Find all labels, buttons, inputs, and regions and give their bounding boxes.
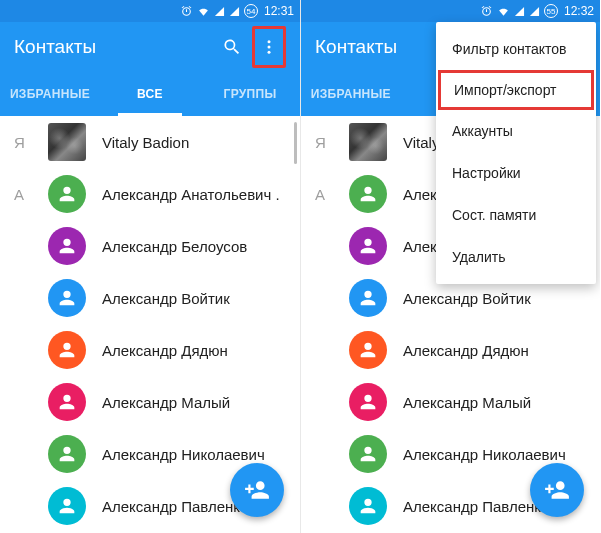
person-icon [357,391,379,413]
statusbar-time: 12:31 [264,4,294,18]
contact-name: Александр Павленко [102,498,248,515]
menu-item-settings[interactable]: Настройки [436,152,596,194]
tabs: ИЗБРАННЫЕ ВСЕ ГРУППЫ [0,72,300,116]
avatar [349,435,387,473]
avatar [48,383,86,421]
avatar [349,175,387,213]
contact-name: Александр Малый [403,394,531,411]
contact-row[interactable]: А Александр Анатольевич . [0,168,300,220]
contact-name: Александр Дядюн [102,342,228,359]
person-icon [56,339,78,361]
contact-row[interactable]: Александр Дядюн [301,324,600,376]
statusbar: 55 12:32 [301,0,600,22]
section-letter: А [315,186,337,203]
avatar [349,279,387,317]
person-icon [56,183,78,205]
signal-icon-2 [229,6,240,17]
person-icon [56,235,78,257]
contact-row[interactable]: Александр Малый [301,376,600,428]
person-icon [357,183,379,205]
tab-groups[interactable]: ГРУППЫ [200,72,300,116]
contact-name: Александр Малый [102,394,230,411]
contact-name: Александр Павленко [403,498,549,515]
avatar [48,227,86,265]
person-icon [56,443,78,465]
signal-icon [214,6,225,17]
contact-row[interactable]: Александр Дядюн [0,324,300,376]
avatar [48,435,86,473]
menu-item-accounts[interactable]: Аккаунты [436,110,596,152]
add-contact-fab[interactable] [530,463,584,517]
alarm-icon [480,5,493,18]
section-letter: Я [315,134,337,151]
contact-row[interactable]: Александр Малый [0,376,300,428]
contact-name: Александр Анатольевич . [102,186,280,203]
contact-name: Александр Войтик [102,290,230,307]
tab-favorites[interactable]: ИЗБРАННЫЕ [0,72,100,116]
menu-item-import-export[interactable]: Импорт/экспорт [438,70,594,110]
signal-icon [514,6,525,17]
section-letter: Я [14,134,36,151]
contacts-list[interactable]: Я Vitaly Badion А Александр Анатольевич … [0,116,300,533]
avatar [349,331,387,369]
add-contact-fab[interactable] [230,463,284,517]
menu-item-filter[interactable]: Фильтр контактов [436,28,596,70]
statusbar-time: 12:32 [564,4,594,18]
appbar: Контакты [0,22,300,72]
overflow-menu: Фильтр контактов Импорт/экспорт Аккаунты… [436,22,596,284]
svg-point-0 [268,40,271,43]
section-letter: А [14,186,36,203]
person-add-icon [544,477,570,503]
avatar [48,279,86,317]
contact-name: Александр Дядюн [403,342,529,359]
statusbar: 54 12:31 [0,0,300,22]
overflow-menu-button[interactable] [252,26,286,68]
avatar [349,383,387,421]
tab-favorites[interactable]: ИЗБРАННЫЕ [301,72,401,116]
avatar [349,123,387,161]
person-icon [56,495,78,517]
battery-badge-icon: 54 [244,4,258,18]
contact-name: Александр Войтик [403,290,531,307]
search-icon [222,37,242,57]
contact-row[interactable]: Александр Белоусов [0,220,300,272]
menu-item-delete[interactable]: Удалить [436,236,596,278]
wifi-icon [197,5,210,18]
contact-name: Vitaly [403,134,439,151]
screen-left: 54 12:31 Контакты ИЗБРАННЫЕ ВСЕ ГРУППЫ Я… [0,0,300,533]
alarm-icon [180,5,193,18]
contact-row[interactable]: Я Vitaly Badion [0,116,300,168]
person-icon [357,495,379,517]
wifi-icon [497,5,510,18]
avatar [48,175,86,213]
contact-name: Александр Николаевич [403,446,566,463]
more-vert-icon [260,38,278,56]
screen-right: 55 12:32 Контакты ИЗБРАННЫЕ Я Vitaly А А… [300,0,600,533]
contact-name: Александр Николаевич [102,446,265,463]
avatar [48,331,86,369]
person-add-icon [244,477,270,503]
avatar [48,123,86,161]
avatar [349,227,387,265]
person-icon [357,339,379,361]
contact-row[interactable]: Александр Войтик [0,272,300,324]
signal-icon-2 [529,6,540,17]
person-icon [56,391,78,413]
avatar [48,487,86,525]
search-button[interactable] [212,27,252,67]
appbar-title: Контакты [14,36,212,58]
contact-name: Vitaly Badion [102,134,189,151]
svg-point-1 [268,46,271,49]
person-icon [357,443,379,465]
tab-all[interactable]: ВСЕ [100,72,200,116]
contact-name: Александр Белоусов [102,238,247,255]
person-icon [357,235,379,257]
avatar [349,487,387,525]
battery-badge-icon: 55 [544,4,558,18]
person-icon [56,287,78,309]
svg-point-2 [268,51,271,54]
person-icon [357,287,379,309]
menu-item-memory[interactable]: Сост. памяти [436,194,596,236]
